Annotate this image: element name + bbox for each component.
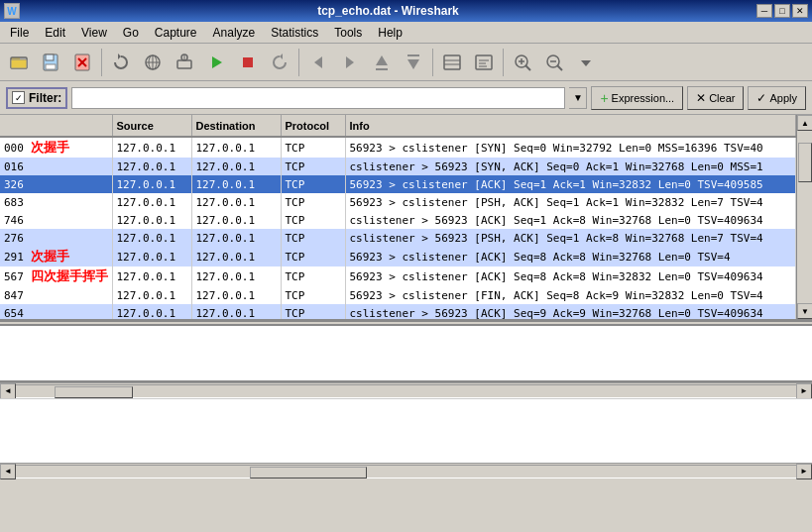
reload-button[interactable]: [106, 48, 136, 77]
table-row[interactable]: 847127.0.0.1127.0.0.1TCP56923 > cslisten…: [0, 286, 796, 304]
svg-rect-5: [46, 64, 56, 69]
scroll-up-button[interactable]: ▲: [797, 115, 812, 131]
stop-capture-button[interactable]: [233, 48, 263, 77]
zoom-out-button[interactable]: [539, 48, 569, 77]
table-row[interactable]: 683127.0.0.1127.0.0.1TCP56923 > cslisten…: [0, 193, 796, 211]
row-protocol: TCP: [281, 137, 345, 158]
row-source: 127.0.0.1: [112, 266, 191, 286]
packet-table: Source Destination Protocol Info 000 次握手…: [0, 115, 796, 319]
row-number: 326: [0, 175, 112, 193]
more-button[interactable]: [571, 48, 601, 77]
forward-button[interactable]: [335, 48, 365, 77]
annotation-text: 次握手: [31, 249, 69, 264]
table-row[interactable]: 654127.0.0.1127.0.0.1TCPcslistener > 569…: [0, 304, 796, 319]
restart-button[interactable]: [265, 48, 294, 77]
table-row[interactable]: 276127.0.0.1127.0.0.1TCPcslistener > 569…: [0, 229, 796, 247]
zoom-in-button[interactable]: [508, 48, 537, 77]
row-number: 654: [0, 304, 112, 319]
app-icon: W: [4, 3, 20, 19]
svg-rect-18: [243, 57, 253, 67]
interfaces-button[interactable]: [138, 48, 168, 77]
menu-item-go[interactable]: Go: [115, 24, 147, 42]
filter-toggle[interactable]: ✓ Filter:: [6, 87, 67, 109]
svg-line-38: [557, 65, 562, 70]
main-hscroll-thumb[interactable]: [250, 467, 367, 479]
hscroll-thumb[interactable]: [55, 386, 133, 398]
menu-item-file[interactable]: File: [2, 24, 37, 42]
row-number: 746: [0, 211, 112, 229]
col-info: Info: [345, 115, 796, 137]
row-protocol: TCP: [281, 247, 345, 266]
menu-item-edit[interactable]: Edit: [37, 24, 73, 42]
col-no: [0, 115, 112, 137]
hscroll-right-button[interactable]: ►: [796, 383, 812, 399]
row-source: 127.0.0.1: [112, 193, 191, 211]
clear-label: Clear: [709, 92, 735, 104]
svg-rect-29: [476, 55, 492, 69]
row-destination: 127.0.0.1: [191, 211, 281, 229]
filter-checkbox[interactable]: ✓: [12, 91, 25, 104]
close-button[interactable]: ✕: [792, 4, 808, 18]
detail-hscroll[interactable]: ◄ ►: [0, 382, 812, 398]
scroll-thumb[interactable]: [798, 143, 812, 182]
row-protocol: TCP: [281, 229, 345, 247]
col-source: Source: [112, 115, 191, 137]
menu-item-capture[interactable]: Capture: [147, 24, 205, 42]
open-button[interactable]: [4, 48, 34, 77]
filter-dropdown-button[interactable]: ▼: [569, 87, 587, 109]
svg-rect-14: [177, 60, 191, 68]
main-hscroll-track: [16, 465, 796, 479]
menu-item-statistics[interactable]: Statistics: [263, 24, 326, 42]
expression-button[interactable]: + Expression...: [591, 86, 683, 110]
table-row[interactable]: 016127.0.0.1127.0.0.1TCPcslistener > 569…: [0, 158, 796, 175]
toolbar: [0, 44, 812, 81]
row-info: cslistener > 56923 [ACK] Seq=1 Ack=8 Win…: [345, 211, 796, 229]
row-source: 127.0.0.1: [112, 286, 191, 304]
start-capture-button[interactable]: [201, 48, 231, 77]
goto-bottom-button[interactable]: [399, 48, 428, 77]
goto-top-button[interactable]: [367, 48, 397, 77]
window-controls[interactable]: ─ □ ✕: [756, 4, 808, 18]
table-row[interactable]: 326127.0.0.1127.0.0.1TCP56923 > cslisten…: [0, 175, 796, 193]
capture-options-button[interactable]: [170, 48, 199, 77]
main-hscroll-left-button[interactable]: ◄: [0, 464, 16, 479]
clear-button[interactable]: ✕ Clear: [687, 86, 744, 110]
save-button[interactable]: [36, 48, 65, 77]
row-number: 847: [0, 286, 112, 304]
hscroll-track: [16, 384, 796, 398]
row-number: 567 四次握手挥手: [0, 266, 112, 286]
svg-marker-19: [280, 53, 283, 59]
svg-marker-20: [314, 56, 322, 68]
menu-item-help[interactable]: Help: [370, 24, 410, 42]
table-row[interactable]: 291 次握手127.0.0.1127.0.0.1TCP56923 > csli…: [0, 247, 796, 266]
packet-list-button[interactable]: [437, 48, 467, 77]
row-protocol: TCP: [281, 193, 345, 211]
maximize-button[interactable]: □: [774, 4, 790, 18]
back-button[interactable]: [303, 48, 333, 77]
row-info: 56923 > cslistener [SYN] Seq=0 Win=32792…: [345, 137, 796, 158]
toolbar-separator-2: [298, 49, 299, 76]
table-row[interactable]: 000 次握手127.0.0.1127.0.0.1TCP56923 > csli…: [0, 137, 796, 158]
scroll-down-button[interactable]: ▼: [797, 303, 812, 319]
row-source: 127.0.0.1: [112, 211, 191, 229]
main-hscroll-right-button[interactable]: ►: [796, 464, 812, 479]
main-hscroll[interactable]: ◄ ►: [0, 463, 812, 479]
menu-item-view[interactable]: View: [73, 24, 115, 42]
table-row[interactable]: 567 四次握手挥手127.0.0.1127.0.0.1TCP56923 > c…: [0, 266, 796, 286]
apply-button[interactable]: ✓ Apply: [748, 86, 806, 110]
filter-input[interactable]: [71, 87, 565, 109]
toolbar-separator-4: [503, 49, 504, 76]
menu-item-tools[interactable]: Tools: [326, 24, 370, 42]
row-source: 127.0.0.1: [112, 229, 191, 247]
row-protocol: TCP: [281, 266, 345, 286]
packet-detail-button[interactable]: [469, 48, 499, 77]
table-row[interactable]: 746127.0.0.1127.0.0.1TCPcslistener > 569…: [0, 211, 796, 229]
vertical-scrollbar[interactable]: ▲ ▼: [796, 115, 812, 319]
close-file-button[interactable]: [67, 48, 97, 77]
minimize-button[interactable]: ─: [756, 4, 772, 18]
menu-item-analyze[interactable]: Analyze: [205, 24, 264, 42]
row-info: 56923 > cslistener [ACK] Seq=1 Ack=1 Win…: [345, 175, 796, 193]
expression-plus-icon: +: [600, 90, 608, 106]
toolbar-separator-1: [101, 49, 102, 76]
hscroll-left-button[interactable]: ◄: [0, 383, 16, 399]
